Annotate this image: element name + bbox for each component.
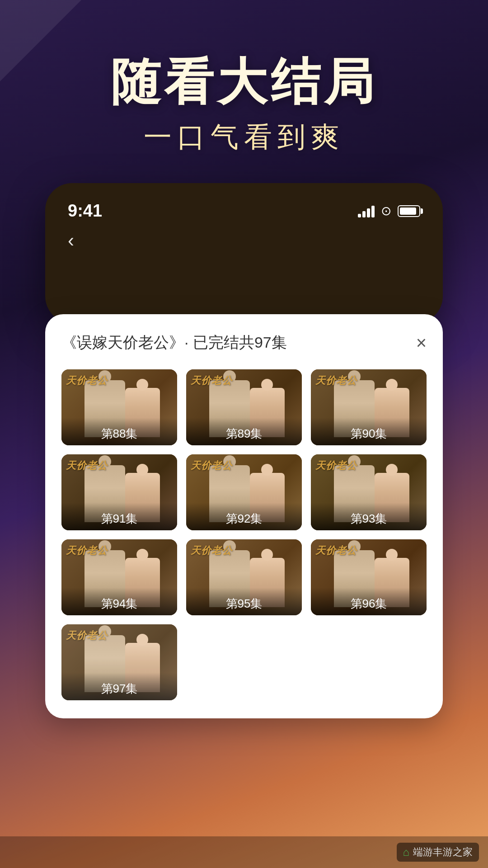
panel-header: 《误嫁天价老公》· 已完结共97集 × — [61, 332, 427, 353]
episode-item-88[interactable]: 天价老公 第88集 — [61, 369, 177, 445]
headline-area: 随看大结局 一口气看到爽 — [111, 54, 377, 156]
decoration-triangle — [0, 0, 81, 81]
episode-thumb-89: 天价老公 第89集 — [186, 369, 302, 445]
wifi-icon: ⊙ — [381, 203, 391, 218]
back-button[interactable]: ‹ — [59, 230, 429, 251]
house-icon: ⌂ — [403, 846, 410, 859]
ep-title-overlay-89: 天价老公 — [191, 374, 232, 387]
episode-item-94[interactable]: 天价老公 第94集 — [61, 539, 177, 615]
ep-label-93: 第93集 — [311, 503, 427, 530]
episode-thumb-96: 天价老公 第96集 — [311, 539, 427, 615]
episode-item-96[interactable]: 天价老公 第96集 — [311, 539, 427, 615]
episode-thumb-93: 天价老公 第93集 — [311, 454, 427, 530]
phone-frame: 9:41 ⊙ ‹ — [45, 183, 443, 323]
status-bar: 9:41 ⊙ — [59, 201, 429, 221]
episode-thumb-94: 天价老公 第94集 — [61, 539, 177, 615]
episode-item-91[interactable]: 天价老公 第91集 — [61, 454, 177, 530]
ep-title-overlay-92: 天价老公 — [191, 459, 232, 472]
ep-label-90: 第90集 — [311, 418, 427, 445]
episode-item-93[interactable]: 天价老公 第93集 — [311, 454, 427, 530]
ep-label-95: 第95集 — [186, 588, 302, 615]
episode-item-92[interactable]: 天价老公 第92集 — [186, 454, 302, 530]
ep-title-overlay-93: 天价老公 — [315, 459, 357, 472]
ep-title-overlay-97: 天价老公 — [66, 629, 108, 642]
ep-title-overlay-95: 天价老公 — [191, 544, 232, 557]
episode-thumb-90: 天价老公 第90集 — [311, 369, 427, 445]
phone-mockup: 9:41 ⊙ ‹ — [45, 183, 443, 323]
episode-item-90[interactable]: 天价老公 第90集 — [311, 369, 427, 445]
ep-label-94: 第94集 — [61, 588, 177, 615]
episodes-grid: 天价老公 第88集 天价老公 第89集 — [61, 369, 427, 700]
bottom-bar: ⌂ 端游丰游之家 — [0, 836, 488, 868]
episode-thumb-95: 天价老公 第95集 — [186, 539, 302, 615]
ep-label-97: 第97集 — [61, 673, 177, 700]
episode-item-95[interactable]: 天价老公 第95集 — [186, 539, 302, 615]
ep-title-overlay-88: 天价老公 — [66, 374, 108, 387]
ep-label-91: 第91集 — [61, 503, 177, 530]
episode-item-89[interactable]: 天价老公 第89集 — [186, 369, 302, 445]
sub-headline: 一口气看到爽 — [111, 118, 377, 156]
ep-label-96: 第96集 — [311, 588, 427, 615]
episode-panel: 《误嫁天价老公》· 已完结共97集 × 天价老公 第88集 天价老公 — [45, 314, 443, 718]
episode-thumb-88: 天价老公 第88集 — [61, 369, 177, 445]
ep-label-89: 第89集 — [186, 418, 302, 445]
ep-title-overlay-91: 天价老公 — [66, 459, 108, 472]
ep-label-88: 第88集 — [61, 418, 177, 445]
episode-thumb-91: 天价老公 第91集 — [61, 454, 177, 530]
ep-title-overlay-90: 天价老公 — [315, 374, 357, 387]
episode-thumb-97: 天价老公 第97集 — [61, 624, 177, 700]
phone-time: 9:41 — [68, 201, 102, 221]
main-headline: 随看大结局 — [111, 54, 377, 109]
episode-thumb-92: 天价老公 第92集 — [186, 454, 302, 530]
battery-icon — [398, 205, 420, 217]
episode-item-97[interactable]: 天价老公 第97集 — [61, 624, 177, 700]
ep-label-92: 第92集 — [186, 503, 302, 530]
close-button[interactable]: × — [416, 334, 427, 352]
panel-title: 《误嫁天价老公》· 已完结共97集 — [61, 332, 287, 353]
watermark-text: 端游丰游之家 — [413, 845, 473, 859]
signal-icon — [358, 205, 375, 217]
ep-title-overlay-96: 天价老公 — [315, 544, 357, 557]
status-icons: ⊙ — [358, 203, 420, 218]
app-background: 随看大结局 一口气看到爽 9:41 ⊙ — [0, 0, 488, 868]
watermark-badge: ⌂ 端游丰游之家 — [397, 843, 479, 862]
ep-title-overlay-94: 天价老公 — [66, 544, 108, 557]
